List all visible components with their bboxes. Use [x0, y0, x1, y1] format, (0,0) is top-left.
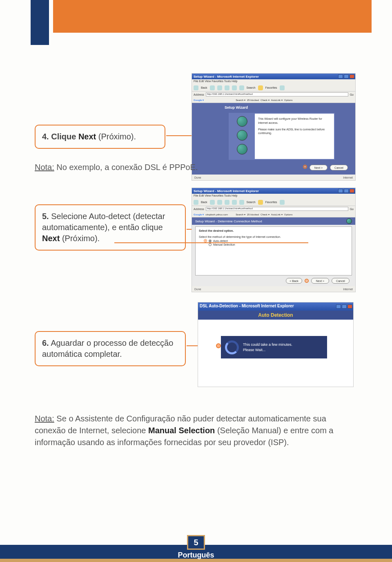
- wizard-intro-text: This Wizard will configure your Wireless…: [258, 117, 332, 135]
- step-5-text: 5. Selecione Auto-detect (detectar autom…: [42, 212, 165, 243]
- detection-text: This could take a few minutes. Please Wa…: [243, 342, 292, 352]
- status-bar: Done Internet: [192, 286, 355, 292]
- step-6-callout: 6. Aguardar o processo de detecção autom…: [35, 331, 186, 366]
- browser-toolbar: Back Search Favorites: [192, 84, 355, 92]
- forward-icon: [210, 200, 215, 205]
- highlight-marker: [303, 165, 307, 169]
- page-footer: 5 Português: [0, 537, 392, 562]
- auto-detection-client: Auto Detection This could take a few min…: [198, 311, 353, 387]
- search-icon: [239, 85, 244, 90]
- favorites-icon: [258, 200, 263, 205]
- note-label: Nota:: [35, 163, 54, 172]
- maximize-icon: [344, 74, 349, 78]
- minimize-icon: [338, 189, 343, 193]
- detection-progress-box: This could take a few minutes. Please Wa…: [221, 336, 327, 358]
- wizard-panel: This Wizard will configure your Wireless…: [229, 113, 335, 160]
- media-icon: [280, 85, 285, 90]
- browser-menubar: File Edit View Favorites Tools Help: [192, 194, 355, 199]
- wizard-step-header: Setup Wizard - Determine Connection Meth…: [192, 217, 355, 225]
- header-navy-stripe: [31, 0, 49, 45]
- header-orange-bar: [53, 0, 372, 33]
- status-bar: Done Internet: [192, 175, 355, 180]
- refresh-icon: [225, 85, 229, 90]
- globe-icon: [237, 130, 247, 141]
- browser-menubar: File Edit View Favorites Tools Help: [192, 79, 355, 84]
- radio-manual-selection: Manual Selection: [209, 243, 348, 246]
- window-title: DSL Auto-Detection - Microsoft Internet …: [200, 304, 294, 308]
- back-icon: [194, 85, 198, 90]
- step-5-connector-2: [114, 242, 308, 243]
- radio-icon: [209, 240, 212, 242]
- browser-toolbar: Back Search Favorites: [192, 199, 355, 206]
- step-4-text: 4. Clique Next (Próximo).: [42, 132, 136, 141]
- media-icon: [280, 200, 285, 205]
- search-icon: [239, 200, 244, 205]
- auto-detection-header: Auto Detection: [198, 311, 353, 320]
- wizard-buttons: Next > Cancel: [303, 165, 348, 170]
- spinner-icon: [225, 340, 239, 354]
- wizard-left-pane: [229, 114, 255, 159]
- globe-icon: [237, 116, 247, 127]
- step-4-callout: 4. Clique Next (Próximo).: [35, 125, 165, 149]
- back-icon: [194, 200, 198, 205]
- google-toolbar: Google ▾ Search ▾ 25 blocked Check ▾ Aut…: [192, 97, 355, 103]
- window-title: Setup Wizard - Microsoft Internet Explor…: [194, 189, 259, 193]
- globe-icon: [237, 144, 247, 154]
- stop-icon: [217, 85, 222, 90]
- cancel-button: Cancel: [330, 165, 348, 170]
- address-field: http://192.168.1.1/wizard.htm#confmethod: [206, 207, 348, 211]
- forward-icon: [210, 85, 215, 90]
- highlight-marker: [204, 239, 207, 242]
- window-title: Setup Wizard - Microsoft Internet Explor…: [194, 75, 259, 78]
- google-search-field: uksplash.yahoo.com: [205, 213, 234, 216]
- page-number: 5: [187, 535, 205, 550]
- next-button: Next >: [310, 165, 327, 170]
- back-button: < Back: [286, 278, 302, 284]
- browser-client-area: Setup Wizard - Determine Connection Meth…: [192, 217, 355, 286]
- address-bar: Address http://192.168.1.1/wizard.htm#co…: [192, 206, 355, 212]
- footer-language: Português: [178, 551, 214, 560]
- window-titlebar: DSL Auto-Detection - Microsoft Internet …: [198, 302, 353, 311]
- method-description: Select the method of determining the typ…: [199, 235, 348, 238]
- globe-icon: [346, 218, 352, 224]
- step-6-text: 6. Aguardar o processo de detecção autom…: [42, 338, 173, 358]
- select-option-label: Select the desired option.: [199, 229, 348, 232]
- next-button: Next >: [311, 278, 329, 284]
- close-icon: [350, 74, 354, 78]
- browser-client-area: Setup Wizard This Wizard will configure …: [192, 103, 355, 175]
- address-field: http://192.168.1.1/wizard.htm#confmethod: [206, 92, 348, 96]
- google-toolbar: Google ▾ uksplash.yahoo.com Search ▾ 25 …: [192, 212, 355, 217]
- favorites-icon: [258, 85, 263, 90]
- note-manual-selection: Nota: Se o Assistente de Configuração nã…: [35, 413, 353, 448]
- screenshot-connection-method: Setup Wizard - Microsoft Internet Explor…: [192, 188, 355, 292]
- note-label: Nota:: [35, 414, 54, 423]
- home-icon: [232, 85, 237, 90]
- close-icon: [350, 189, 354, 193]
- cancel-button: Cancel: [332, 278, 350, 284]
- highlight-marker: [216, 343, 221, 348]
- close-icon: [347, 305, 352, 309]
- home-icon: [232, 200, 237, 205]
- screenshot-setup-wizard-intro: Setup Wizard - Microsoft Internet Explor…: [192, 74, 355, 180]
- stop-icon: [217, 200, 222, 205]
- highlight-marker: [305, 279, 309, 283]
- maximize-icon: [342, 305, 347, 309]
- wizard-title: Setup Wizard: [225, 105, 248, 110]
- window-titlebar: Setup Wizard - Microsoft Internet Explor…: [192, 74, 355, 79]
- radio-auto-detect: Auto-detect: [204, 239, 348, 242]
- screenshot-auto-detection: DSL Auto-Detection - Microsoft Internet …: [198, 302, 353, 387]
- maximize-icon: [344, 189, 349, 193]
- window-titlebar: Setup Wizard - Microsoft Internet Explor…: [192, 188, 355, 194]
- connection-method-panel: Select the desired option. Select the me…: [195, 226, 352, 275]
- step-5-callout: 5. Selecione Auto-detect (detectar autom…: [35, 204, 186, 251]
- radio-icon: [209, 243, 212, 246]
- minimize-icon: [338, 74, 343, 78]
- minimize-icon: [336, 305, 341, 309]
- address-bar: Address http://192.168.1.1/wizard.htm#co…: [192, 92, 355, 97]
- refresh-icon: [225, 200, 229, 205]
- wizard-buttons: < Back Next > Cancel: [286, 278, 350, 284]
- note-pppoe: Nota: No exemplo, a conexão DSL é PPPoE.: [35, 161, 198, 173]
- page-header: [0, 0, 392, 45]
